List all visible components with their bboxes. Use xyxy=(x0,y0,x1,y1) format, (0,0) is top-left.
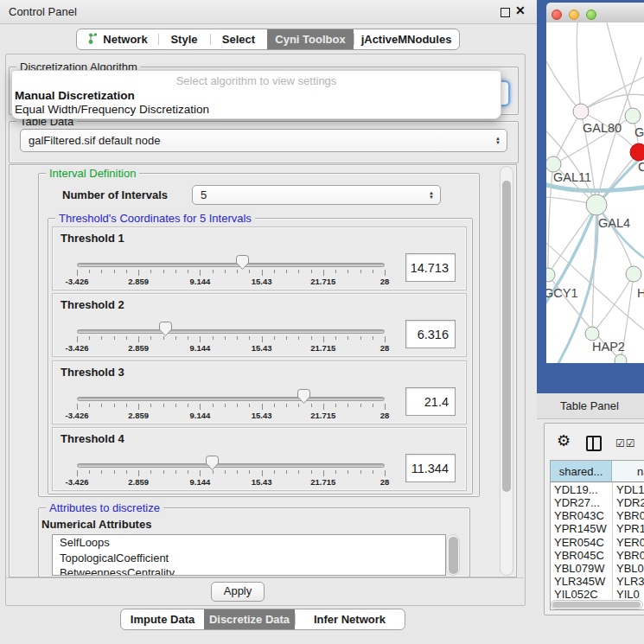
dropdown-item[interactable]: Manual Discretization xyxy=(15,89,135,102)
threshold-value-field[interactable]: 11.344 xyxy=(405,454,456,482)
node-bottom-cut[interactable] xyxy=(615,354,627,363)
slider-track[interactable] xyxy=(77,463,385,468)
network-edge[interactable] xyxy=(596,205,644,261)
checkboxes-icon[interactable]: ☑☑ xyxy=(615,437,636,450)
table-row[interactable]: YBR043CYBR0 xyxy=(551,509,644,522)
table-row[interactable]: YPR145WYPR1 xyxy=(551,522,644,535)
minor-tick xyxy=(348,470,348,474)
tab-cyni-toolbox[interactable]: Cyni Toolbox xyxy=(267,29,354,49)
table-row[interactable]: YER054CYER0 xyxy=(551,536,644,549)
column-header-shared[interactable]: shared... xyxy=(551,461,612,482)
close-traffic-light[interactable] xyxy=(552,10,562,20)
minor-tick xyxy=(274,470,275,474)
network-edge[interactable] xyxy=(596,205,634,274)
attributes-vscrollbar[interactable] xyxy=(446,534,460,576)
node-red[interactable] xyxy=(630,143,644,161)
network-graph[interactable]: GAL80GACGAL11GAL4GCY1HAHAP2 xyxy=(546,22,644,363)
minor-tick xyxy=(274,336,275,340)
tab-label: Network xyxy=(103,33,147,46)
node-label-gcy1: GCY1 xyxy=(546,286,578,300)
column-header-name[interactable]: na xyxy=(612,461,644,482)
minor-tick xyxy=(237,470,238,474)
slider-thumb[interactable] xyxy=(297,389,310,407)
tab-select[interactable]: Select xyxy=(210,29,267,49)
node-hap2[interactable] xyxy=(585,327,599,341)
tab-style[interactable]: Style xyxy=(158,29,210,49)
minor-tick xyxy=(114,470,115,474)
attribute-table[interactable]: shared... na YDL19...YDL1YDR27...YDR2YBR… xyxy=(550,460,644,610)
slider-thumb[interactable] xyxy=(159,322,172,340)
tick-label: 21.715 xyxy=(310,411,335,420)
slider-thumb[interactable] xyxy=(206,456,219,474)
bottom-tab-discretize-data[interactable]: Discretize Data xyxy=(204,609,295,629)
table-row[interactable]: YBR045CYBR0 xyxy=(551,549,644,562)
minimize-traffic-light[interactable] xyxy=(569,10,579,20)
minor-tick xyxy=(298,470,299,474)
table-hscrollbar[interactable] xyxy=(551,600,643,609)
node-gcy1[interactable] xyxy=(546,268,555,282)
num-intervals-label: Number of Intervals xyxy=(62,188,168,201)
zoom-traffic-light[interactable] xyxy=(586,10,596,20)
table-row[interactable]: YDL19...YDL1 xyxy=(551,483,644,496)
numerical-attributes-label: Numerical Attributes xyxy=(41,518,151,531)
tick-label: 15.43 xyxy=(252,477,272,487)
attributes-vscrollbar-thumb[interactable] xyxy=(449,537,458,574)
network-edge[interactable] xyxy=(546,61,581,112)
apply-button[interactable]: Apply xyxy=(211,582,265,602)
major-tick xyxy=(262,336,263,342)
threshold-value-field[interactable]: 21.4 xyxy=(405,387,456,416)
attribute-item[interactable]: BetweennessCentrality xyxy=(53,565,445,576)
network-edge[interactable] xyxy=(546,183,644,191)
table-row[interactable]: YIL052CYIL0 xyxy=(551,588,644,601)
bottom-tab-impute-data[interactable]: Impute Data xyxy=(121,609,204,629)
threshold-label: Threshold 3 xyxy=(61,366,124,379)
bottom-tab-infer-network[interactable]: Infer Network xyxy=(295,609,405,629)
columns-icon[interactable] xyxy=(586,436,602,451)
tab-jactivemnodules[interactable]: jActiveMNodules xyxy=(354,29,459,49)
network-edge[interactable] xyxy=(548,205,596,275)
stepper-icon[interactable]: ▲▼ xyxy=(495,137,501,145)
gear-icon[interactable]: ⚙ xyxy=(557,433,571,449)
minor-tick xyxy=(274,404,275,407)
minor-tick xyxy=(335,270,336,273)
attribute-item[interactable]: TopologicalCoefficient xyxy=(53,551,445,566)
network-canvas[interactable]: GAL80GACGAL11GAL4GCY1HAHAP2 xyxy=(546,22,644,363)
close-icon[interactable]: ✕ xyxy=(515,3,526,17)
tab-network[interactable]: Network xyxy=(77,29,158,49)
table-row[interactable]: YDR27...YDR2 xyxy=(551,496,644,509)
threshold-value-field[interactable]: 6.316 xyxy=(405,320,456,348)
slider-track[interactable] xyxy=(77,397,385,401)
slider-thumb[interactable] xyxy=(236,255,249,273)
num-intervals-combobox[interactable]: 5 ▲▼ xyxy=(192,185,441,205)
slider-track[interactable] xyxy=(77,263,385,267)
threshold-panel: Threshold 1-3.4262.8599.14415.4321.71528… xyxy=(52,226,467,290)
threshold-list: Threshold 1-3.4262.8599.14415.4321.71528… xyxy=(52,226,467,491)
panel-vscrollbar-thumb[interactable] xyxy=(502,181,511,492)
attribute-item[interactable]: SelfLoops xyxy=(53,535,445,551)
slider-track[interactable] xyxy=(77,329,385,334)
table-hscrollbar-thumb[interactable] xyxy=(552,602,641,608)
minor-tick xyxy=(101,336,102,340)
numerical-attributes-list[interactable]: SelfLoopsTopologicalCoefficientBetweenne… xyxy=(52,534,446,576)
panel-vscrollbar[interactable] xyxy=(500,166,513,576)
network-edge[interactable] xyxy=(577,22,581,112)
minor-tick xyxy=(114,336,115,340)
float-window-icon[interactable] xyxy=(501,8,510,17)
node-gal80[interactable] xyxy=(573,104,589,119)
node-gal4[interactable] xyxy=(586,194,607,215)
table-row[interactable]: YLR345WYLR3 xyxy=(551,575,644,588)
table-row[interactable]: YBL079WYBL0 xyxy=(551,562,644,575)
minor-tick xyxy=(126,404,127,407)
threshold-value-field[interactable]: 14.713 xyxy=(405,253,456,282)
minor-tick xyxy=(298,336,299,340)
table-data-combobox[interactable]: galFiltered.sif default node ▲▼ xyxy=(20,129,507,152)
node-cut-top-right[interactable] xyxy=(625,108,641,124)
network-edge[interactable] xyxy=(607,22,633,116)
node-right-mid[interactable] xyxy=(626,266,641,282)
dropdown-item[interactable]: Equal Width/Frequency Discretization xyxy=(15,103,209,116)
network-window-titlebar[interactable] xyxy=(546,3,644,23)
stepper-icon[interactable]: ▲▼ xyxy=(429,191,434,200)
minor-tick xyxy=(101,270,102,273)
threshold-label: Threshold 1 xyxy=(61,232,124,245)
minor-tick xyxy=(225,336,226,340)
